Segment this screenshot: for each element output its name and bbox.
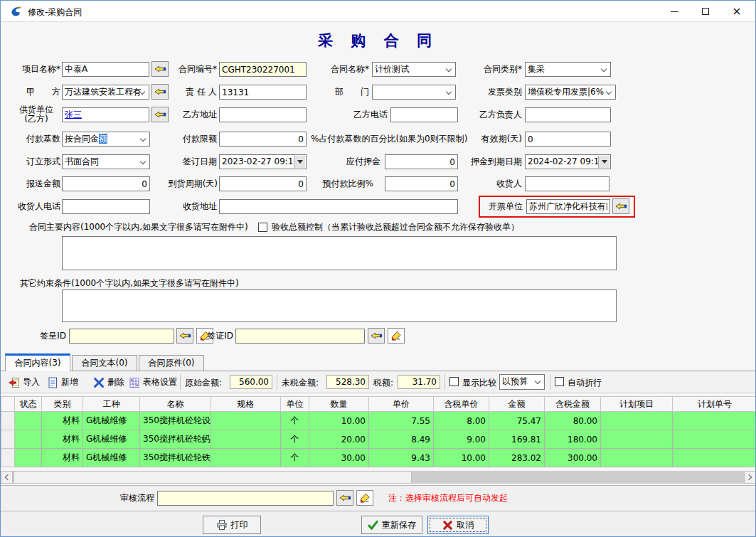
- invoice-type-combo[interactable]: 增值税专用发票|6%: [525, 85, 616, 100]
- project-name-input[interactable]: [62, 62, 149, 77]
- cell-plan-project[interactable]: [601, 449, 673, 467]
- cell-worktype[interactable]: G机械维修: [83, 449, 140, 467]
- tab-contract-original[interactable]: 合同原件(0): [139, 355, 204, 371]
- cell-plan-no[interactable]: [673, 449, 756, 467]
- cell-qty[interactable]: 20.00: [309, 430, 369, 449]
- sign-form-combo[interactable]: 书面合同: [62, 154, 150, 169]
- cell-status[interactable]: [15, 412, 42, 430]
- qiancheng-id-input[interactable]: [69, 329, 174, 344]
- party-a-picker-button[interactable]: [151, 84, 169, 100]
- cell-worktype[interactable]: G机械维修: [83, 412, 140, 430]
- scrollbar-thumb[interactable]: [14, 471, 412, 484]
- pay-base-combo[interactable]: 按合同金额: [62, 132, 150, 147]
- supplier-input[interactable]: 张三: [62, 107, 149, 122]
- cell-qty[interactable]: 30.00: [309, 449, 369, 467]
- cell-name[interactable]: 350搅拌机砼轮设: [140, 412, 211, 430]
- invoice-unit-input[interactable]: [526, 199, 610, 214]
- show-compare-checkbox[interactable]: [449, 377, 459, 386]
- cell-plan-project[interactable]: [601, 430, 673, 449]
- cell-category[interactable]: 材料: [42, 430, 83, 449]
- cell-unit[interactable]: 个: [281, 449, 309, 467]
- cancel-button[interactable]: 取消: [427, 516, 489, 534]
- scroll-right-button[interactable]: [744, 471, 756, 484]
- approval-flow-edit-button[interactable]: [356, 490, 373, 506]
- cell-taxed-price[interactable]: 8.00: [434, 412, 489, 430]
- report-amount-input[interactable]: [62, 176, 150, 191]
- cell-taxed-price[interactable]: 9.00: [434, 430, 489, 449]
- party-b-manager-input[interactable]: [525, 107, 611, 122]
- import-button[interactable]: 导入: [6, 374, 42, 390]
- cell-plan-no[interactable]: [673, 412, 756, 430]
- deposit-due-picker[interactable]: 2024-02-27 09:15:: [525, 154, 611, 169]
- supplier-picker-button[interactable]: [151, 107, 169, 122]
- cell-status[interactable]: [15, 430, 42, 449]
- cell-spec[interactable]: [211, 449, 281, 467]
- cell-amount[interactable]: 75.47: [489, 412, 545, 430]
- cell-category[interactable]: 材料: [42, 449, 83, 467]
- accept-total-checkbox[interactable]: [258, 223, 267, 232]
- cell-status[interactable]: [15, 449, 42, 467]
- cell-amount[interactable]: 283.02: [489, 449, 545, 467]
- tab-contract-text[interactable]: 合同文本(0): [72, 355, 137, 371]
- close-button[interactable]: ×: [721, 1, 752, 22]
- prepay-pct-input[interactable]: [385, 176, 458, 191]
- department-combo[interactable]: [372, 85, 456, 100]
- valid-days-input[interactable]: [525, 132, 611, 147]
- cell-price[interactable]: 9.43: [369, 449, 434, 467]
- deposit-input[interactable]: [385, 154, 458, 169]
- cell-category[interactable]: 材料: [42, 412, 83, 430]
- pay-limit-input[interactable]: [219, 132, 307, 147]
- consignee-input[interactable]: [525, 176, 609, 191]
- main-content-textarea[interactable]: [62, 236, 617, 270]
- qianzheng-id-input[interactable]: [235, 329, 365, 344]
- delete-button[interactable]: 删除: [91, 374, 127, 390]
- cell-taxed-amount[interactable]: 80.00: [545, 412, 601, 430]
- sign-date-picker[interactable]: 2023-02-27 09:15:: [219, 154, 307, 169]
- cell-taxed-amount[interactable]: 180.00: [545, 430, 601, 449]
- cell-taxed-amount[interactable]: 300.00: [545, 449, 601, 467]
- row-selector[interactable]: [1, 412, 15, 430]
- party-b-phone-input[interactable]: [390, 107, 458, 122]
- contract-type-combo[interactable]: 集采: [525, 62, 611, 77]
- responsible-input[interactable]: [219, 85, 307, 100]
- cell-unit[interactable]: 个: [281, 430, 309, 449]
- add-button[interactable]: 新增: [45, 374, 80, 390]
- maximize-button[interactable]: [690, 1, 721, 22]
- row-selector[interactable]: [1, 430, 15, 449]
- cell-price[interactable]: 8.49: [369, 430, 434, 449]
- cell-qty[interactable]: 10.00: [309, 412, 369, 430]
- auto-wrap-checkbox[interactable]: [555, 377, 564, 386]
- cell-price[interactable]: 7.55: [369, 412, 434, 430]
- scroll-left-button[interactable]: [1, 471, 13, 484]
- cell-spec[interactable]: [211, 412, 281, 430]
- party-a-combo[interactable]: 万达建筑安装工程有: [62, 85, 149, 100]
- resave-button[interactable]: 重新保存: [361, 516, 422, 534]
- qiancheng-picker-button[interactable]: [176, 328, 193, 344]
- horizontal-scrollbar[interactable]: [1, 471, 756, 484]
- cell-spec[interactable]: [211, 430, 281, 449]
- contract-no-input[interactable]: [219, 62, 307, 77]
- consignee-phone-input[interactable]: [62, 199, 150, 214]
- cell-amount[interactable]: 169.81: [489, 430, 545, 449]
- approval-flow-input[interactable]: [157, 491, 334, 506]
- project-picker-button[interactable]: [151, 61, 169, 77]
- cell-name[interactable]: 350搅拌机砼轮蚂: [140, 430, 211, 449]
- qianzheng-picker-button[interactable]: [368, 328, 385, 344]
- grid-settings-button[interactable]: 表格设置: [127, 374, 179, 390]
- approval-flow-picker-button[interactable]: [336, 490, 353, 506]
- print-button[interactable]: 打印: [203, 516, 261, 534]
- supplier-link[interactable]: 张三: [65, 110, 82, 119]
- compare-mode-combo[interactable]: 以预算: [499, 374, 545, 390]
- minimize-button[interactable]: [659, 1, 690, 22]
- other-terms-textarea[interactable]: [62, 289, 617, 322]
- invoice-unit-picker-button[interactable]: [612, 198, 629, 214]
- contract-name-combo[interactable]: 计价测试: [372, 62, 456, 77]
- delivery-address-input[interactable]: [219, 199, 458, 214]
- cell-unit[interactable]: 个: [281, 412, 309, 430]
- dropdown-arrow-icon[interactable]: [598, 156, 609, 168]
- cell-name[interactable]: 350搅拌机砼轮铁: [140, 449, 211, 467]
- qianzheng-edit-button[interactable]: [388, 328, 405, 344]
- cell-plan-no[interactable]: [673, 430, 756, 449]
- delivery-cycle-input[interactable]: [219, 176, 307, 191]
- row-selector[interactable]: [1, 449, 15, 467]
